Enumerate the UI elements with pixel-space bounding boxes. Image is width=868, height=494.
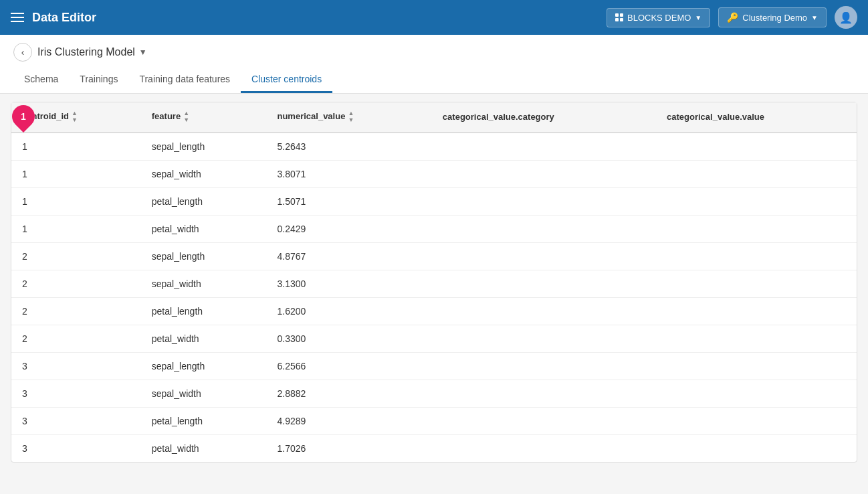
cell-categorical_value_category [432, 270, 656, 297]
cell-centroid_id: 3 [11, 407, 141, 434]
cell-centroid_id: 1 [11, 215, 141, 242]
cell-numerical_value: 1.5071 [266, 187, 431, 215]
tab-trainings[interactable]: Trainings [69, 67, 128, 93]
blocks-demo-caret-icon: ▼ [695, 14, 701, 21]
cell-feature: petal_width [141, 325, 267, 352]
cell-numerical_value: 3.1300 [266, 270, 431, 297]
cell-centroid_id: 1 [11, 133, 141, 161]
cell-feature: petal_width [141, 215, 267, 242]
cell-numerical_value: 1.7026 [266, 434, 431, 462]
model-name: Iris Clustering Model [37, 46, 135, 58]
cell-feature: petal_length [141, 297, 267, 325]
col-header-numerical_value[interactable]: numerical_value▲▼ [266, 102, 431, 133]
cell-numerical_value: 1.6200 [266, 297, 431, 325]
cell-categorical_value_value [656, 133, 857, 161]
user-avatar[interactable]: 👤 [835, 6, 857, 29]
col-header-feature[interactable]: feature▲▼ [141, 102, 267, 133]
cell-feature: sepal_length [141, 242, 267, 270]
cell-categorical_value_category [432, 187, 656, 215]
cell-categorical_value_category [432, 215, 656, 242]
cell-feature: sepal_length [141, 133, 267, 161]
table-row: 3sepal_width2.8882 [11, 380, 857, 407]
table-row: 2petal_length1.6200 [11, 297, 857, 325]
cell-centroid_id: 2 [11, 297, 141, 325]
clustering-demo-button[interactable]: 🔑 Clustering Demo ▼ [718, 7, 827, 27]
table-row: 3petal_length4.9289 [11, 407, 857, 434]
cell-feature: petal_length [141, 187, 267, 215]
cell-categorical_value_category [432, 352, 656, 380]
data-table: centroid_id▲▼feature▲▼numerical_value▲▼c… [11, 102, 857, 462]
table-row: 2petal_width0.3300 [11, 325, 857, 352]
tab-cluster-centroids[interactable]: Cluster centroids [241, 67, 332, 93]
cell-feature: sepal_length [141, 352, 267, 380]
sub-header: 1 ‹ Iris Clustering Model ▼ SchemaTraini… [0, 35, 868, 94]
cell-centroid_id: 1 [11, 187, 141, 215]
cell-categorical_value_value [656, 242, 857, 270]
cell-numerical_value: 0.3300 [266, 325, 431, 352]
table-header: centroid_id▲▼feature▲▼numerical_value▲▼c… [11, 102, 857, 133]
cell-categorical_value_category [432, 407, 656, 434]
cell-numerical_value: 4.8767 [266, 242, 431, 270]
table-row: 3sepal_length6.2566 [11, 352, 857, 380]
key-icon: 🔑 [727, 12, 738, 23]
cell-categorical_value_value [656, 352, 857, 380]
sort-icon-feature: ▲▼ [183, 110, 189, 124]
table-row: 3petal_width1.7026 [11, 434, 857, 462]
back-icon: ‹ [21, 47, 25, 58]
col-header-categorical_value_value: categorical_value.value [656, 102, 857, 133]
tabs-row: SchemaTrainingsTraining data featuresClu… [13, 67, 855, 93]
table-row: 1petal_width0.2429 [11, 215, 857, 242]
cell-categorical_value_category [432, 434, 656, 462]
cell-categorical_value_category [432, 325, 656, 352]
cell-numerical_value: 2.8882 [266, 380, 431, 407]
cell-numerical_value: 0.2429 [266, 215, 431, 242]
top-nav: Data Editor BLOCKS DEMO ▼ 🔑 Clustering D… [0, 0, 868, 35]
cell-categorical_value_value [656, 270, 857, 297]
table-body: 1sepal_length5.26431sepal_width3.80711pe… [11, 133, 857, 462]
cell-categorical_value_value [656, 434, 857, 462]
grid-icon [615, 13, 623, 21]
cell-centroid_id: 2 [11, 325, 141, 352]
cell-numerical_value: 4.9289 [266, 407, 431, 434]
cell-numerical_value: 3.8071 [266, 160, 431, 187]
cell-feature: sepal_width [141, 380, 267, 407]
hamburger-menu-icon[interactable] [11, 13, 24, 22]
cell-centroid_id: 3 [11, 352, 141, 380]
main-content: centroid_id▲▼feature▲▼numerical_value▲▼c… [11, 102, 857, 463]
cell-categorical_value_category [432, 380, 656, 407]
cell-feature: petal_width [141, 434, 267, 462]
cell-centroid_id: 3 [11, 380, 141, 407]
cell-feature: petal_length [141, 407, 267, 434]
tab-schema[interactable]: Schema [13, 67, 69, 93]
cell-numerical_value: 5.2643 [266, 133, 431, 161]
breadcrumb-row: ‹ Iris Clustering Model ▼ [13, 35, 855, 62]
cell-categorical_value_category [432, 133, 656, 161]
cell-categorical_value_category [432, 297, 656, 325]
table-row: 2sepal_width3.1300 [11, 270, 857, 297]
back-button[interactable]: ‹ [13, 43, 32, 62]
table-row: 1sepal_width3.8071 [11, 160, 857, 187]
cell-numerical_value: 6.2566 [266, 352, 431, 380]
col-header-categorical_value_category: categorical_value.category [432, 102, 656, 133]
blocks-demo-label: BLOCKS DEMO [627, 13, 691, 23]
table-header-row: centroid_id▲▼feature▲▼numerical_value▲▼c… [11, 102, 857, 133]
avatar-icon: 👤 [839, 11, 853, 24]
cell-categorical_value_value [656, 215, 857, 242]
sort-icon-centroid_id: ▲▼ [72, 110, 78, 124]
cell-centroid_id: 3 [11, 434, 141, 462]
table-row: 2sepal_length4.8767 [11, 242, 857, 270]
sort-icon-numerical_value: ▲▼ [348, 110, 354, 124]
cell-categorical_value_category [432, 160, 656, 187]
cell-categorical_value_value [656, 380, 857, 407]
tab-training-data-features[interactable]: Training data features [128, 67, 241, 93]
table-row: 1petal_length1.5071 [11, 187, 857, 215]
cell-feature: sepal_width [141, 270, 267, 297]
cell-centroid_id: 1 [11, 160, 141, 187]
blocks-demo-button[interactable]: BLOCKS DEMO ▼ [607, 8, 710, 27]
cell-categorical_value_value [656, 325, 857, 352]
tour-step-number: 1 [21, 111, 26, 122]
clustering-demo-caret-icon: ▼ [811, 14, 818, 21]
cell-categorical_value_value [656, 407, 857, 434]
cell-centroid_id: 2 [11, 270, 141, 297]
clustering-demo-label: Clustering Demo [742, 13, 807, 23]
